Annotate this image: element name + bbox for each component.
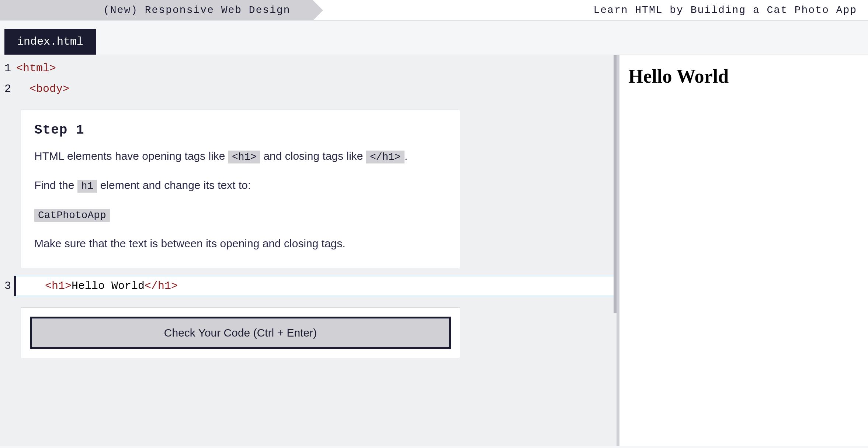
file-tab-index-html[interactable]: index.html: [4, 29, 96, 55]
breadcrumb-course[interactable]: (New) Responsive Web Design: [0, 0, 313, 20]
line-number: 2: [0, 79, 16, 99]
scrollbar-thumb[interactable]: [614, 55, 617, 313]
main-split: 1 <html> 2 <body> Step 1 HTML elements h…: [0, 55, 868, 446]
code-text: <body>: [16, 79, 69, 99]
inline-code: CatPhotoApp: [34, 209, 110, 222]
inline-code: h1: [77, 180, 97, 193]
check-code-button[interactable]: Check Your Code (Ctrl + Enter): [30, 317, 451, 349]
line-number: 1: [0, 58, 16, 79]
editor-pane: 1 <html> 2 <body> Step 1 HTML elements h…: [0, 55, 619, 446]
action-card: Check Your Code (Ctrl + Enter): [21, 307, 460, 358]
preview-pane: Hello World: [619, 55, 868, 446]
code-line: 2 <body>: [0, 79, 617, 99]
code-area: 1 <html> 2 <body> Step 1 HTML elements h…: [0, 55, 617, 358]
instruction-paragraph: CatPhotoApp: [34, 205, 447, 225]
step-title: Step 1: [34, 123, 447, 138]
code-input[interactable]: <h1>Hello World</h1>: [16, 276, 617, 296]
breadcrumb-lesson[interactable]: Learn HTML by Building a Cat Photo App: [313, 0, 868, 20]
preview-heading: Hello World: [628, 65, 859, 87]
instruction-paragraph: HTML elements have opening tags like <h1…: [34, 147, 447, 167]
file-tab-bar: index.html: [0, 21, 868, 55]
line-number: 3: [0, 276, 16, 296]
editable-code-line[interactable]: 3 <h1>Hello World</h1>: [0, 276, 617, 296]
instruction-paragraph: Find the h1 element and change its text …: [34, 176, 447, 196]
inline-code: <h1>: [228, 151, 260, 163]
instruction-paragraph: Make sure that the text is between its o…: [34, 234, 447, 253]
code-text: <html>: [16, 58, 56, 79]
code-line: 1 <html>: [0, 58, 617, 79]
instruction-card: Step 1 HTML elements have opening tags l…: [21, 110, 460, 268]
breadcrumb: (New) Responsive Web Design Learn HTML b…: [0, 0, 868, 21]
inline-code: </h1>: [366, 151, 405, 163]
